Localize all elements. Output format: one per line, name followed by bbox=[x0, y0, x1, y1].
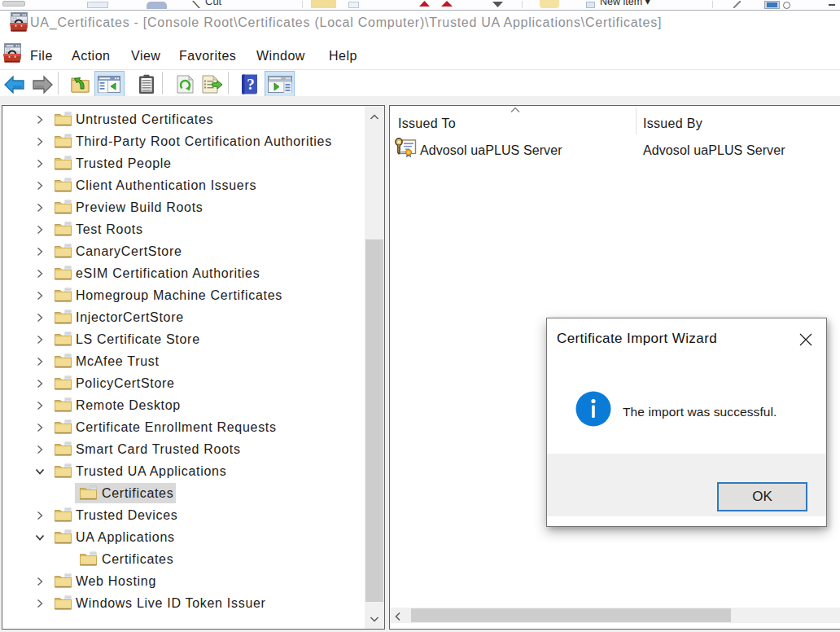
svg-text:?: ? bbox=[247, 76, 255, 93]
